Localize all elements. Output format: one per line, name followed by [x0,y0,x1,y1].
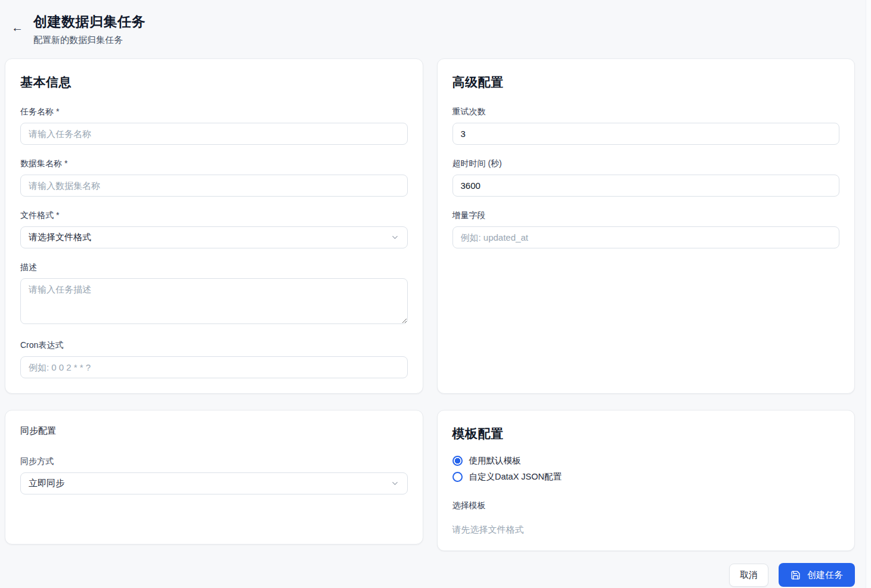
page-scrollbar[interactable] [866,0,871,588]
page-title: 创建数据归集任务 [33,13,145,31]
template-config-card: 模板配置 使用默认模板 自定义DataX JSON配置 选择模板 请先选择文件格… [437,410,855,551]
chevron-down-icon [390,479,399,488]
dataset-name-input[interactable] [20,175,408,197]
template-config-title: 模板配置 [452,425,840,442]
save-icon [791,570,801,580]
page-header: ← 创建数据归集任务 配置新的数据归集任务 [0,0,871,58]
incremental-field-input[interactable] [452,226,840,248]
template-default-radio-label: 使用默认模板 [469,455,521,466]
cron-label: Cron表达式 [20,340,408,351]
chevron-down-icon [390,233,399,242]
sync-mode-select[interactable]: 立即同步 [20,472,408,494]
incremental-field-group: 增量字段 [452,210,840,248]
sync-mode-label: 同步方式 [20,456,408,467]
cron-field-group: Cron表达式 [20,340,408,378]
page-subtitle: 配置新的数据归集任务 [33,35,145,46]
retry-label: 重试次数 [452,107,840,117]
description-textarea[interactable] [20,278,408,324]
dataset-name-field-group: 数据集名称 * [20,158,408,197]
back-arrow-icon: ← [11,21,23,34]
template-select-hint: 请先选择文件格式 [452,524,840,536]
file-format-field-group: 文件格式 * 请选择文件格式 [20,210,408,248]
task-name-field-group: 任务名称 * [20,107,408,145]
dataset-name-label: 数据集名称 * [20,158,408,169]
retry-input[interactable] [452,123,840,145]
template-custom-radio-label: 自定义DataX JSON配置 [469,471,562,483]
incremental-field-label: 增量字段 [452,210,840,221]
template-select-label: 选择模板 [452,500,840,511]
cron-input[interactable] [20,356,408,378]
create-task-button-label: 创建任务 [807,570,843,581]
timeout-label: 超时时间 (秒) [452,158,840,169]
back-button[interactable]: ← [9,18,26,37]
sync-config-title: 同步配置 [20,425,408,437]
advanced-config-title: 高级配置 [452,74,840,91]
template-default-radio[interactable] [452,456,463,466]
sync-mode-field-group: 同步方式 立即同步 [20,456,408,494]
description-field-group: 描述 [20,262,408,326]
footer-actions: 取消 创建任务 [5,563,855,587]
basic-info-card: 基本信息 任务名称 * 数据集名称 * 文件格式 * 请选择文件格式 [5,58,423,394]
cancel-button[interactable]: 取消 [729,564,768,587]
timeout-input[interactable] [452,175,840,197]
retry-field-group: 重试次数 [452,107,840,145]
description-label: 描述 [20,262,408,273]
basic-info-title: 基本信息 [20,74,408,91]
template-custom-radio[interactable] [452,472,463,482]
template-option-default[interactable]: 使用默认模板 [452,455,840,466]
template-option-custom[interactable]: 自定义DataX JSON配置 [452,471,840,483]
timeout-field-group: 超时时间 (秒) [452,158,840,197]
sync-config-card: 同步配置 同步方式 立即同步 [5,410,423,545]
advanced-config-card: 高级配置 重试次数 超时时间 (秒) 增量字段 [437,58,855,394]
create-task-button[interactable]: 创建任务 [779,563,855,587]
file-format-label: 文件格式 * [20,210,408,221]
file-format-select-value: 请选择文件格式 [29,232,91,243]
sync-mode-select-value: 立即同步 [29,478,64,489]
task-name-input[interactable] [20,123,408,145]
file-format-select[interactable]: 请选择文件格式 [20,226,408,248]
task-name-label: 任务名称 * [20,107,408,117]
